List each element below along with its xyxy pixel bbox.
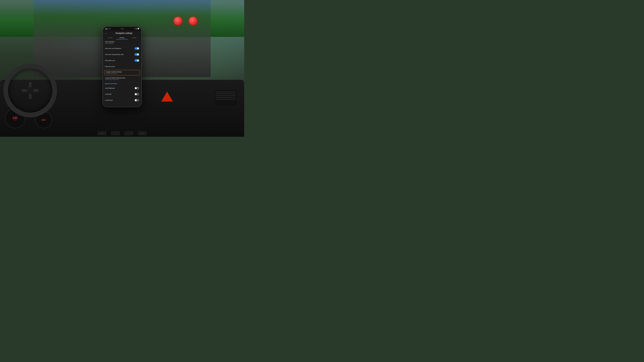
phone-screen: ← Navigation settings SOFTER NORMAL LOUD… [103,30,141,107]
setting-text: Play test sound [105,66,139,67]
raindrop [78,4,78,5]
setting-play-audio-cues[interactable]: Play audio cues [103,57,141,63]
setting-avoid-highways[interactable]: Avoid highways [103,85,141,91]
setting-text: Avoid highways [105,87,134,89]
raindrop [104,11,105,13]
tab-normal[interactable]: NORMAL [116,36,128,39]
vent-slat [216,99,236,100]
route-options-header: Route options [103,82,141,85]
back-button[interactable]: ← [105,32,107,34]
toggle-thumb [135,99,137,101]
traffic-lights [174,17,197,25]
tab-louder[interactable]: LOUDER [128,36,140,39]
setting-text: Avoid ferries [105,99,134,101]
tab-softer[interactable]: SOFTER [104,36,116,39]
signal-icon [105,28,107,29]
toggle-play-voice-bluetooth[interactable] [134,47,139,50]
page-title: Navigation settings [108,32,140,34]
raindrop [166,9,167,10]
notification-icon: ✉ [134,28,135,29]
raindrop [184,5,184,6]
setting-play-test-sound[interactable]: Play test sound [103,63,141,69]
setting-label: Voice selection [105,41,139,42]
volume-tabs: SOFTER NORMAL LOUDER [103,36,141,39]
setting-text: Assistant default media provider Service… [105,77,139,80]
air-vent [214,90,238,107]
dash-buttons: AUX mp3 [98,131,146,135]
raindrop [140,6,140,7]
setting-label: Play voice over Bluetooth [105,48,134,49]
setting-label: Assistant default media provider [105,77,139,79]
setting-label: Play audio cues [105,60,134,61]
traffic-light-2 [189,17,197,25]
setting-play-voice-bluetooth[interactable]: Play voice over Bluetooth [103,45,141,51]
toggle-thumb [137,47,139,49]
dash-button-mp3[interactable]: mp3 [138,131,146,135]
hazard-triangle-icon [161,91,173,102]
setting-google-assistant[interactable]: Google Assistant settings Manage driving… [104,70,140,75]
traffic-light-1 [174,17,182,25]
status-right-icons: ✉ 🔒 █▊ [134,28,139,29]
vent-slat [216,93,236,94]
setting-label: Google Assistant settings [106,71,138,73]
nav-header: ← Navigation settings [103,30,141,36]
toggle-avoid-ferries[interactable] [134,99,139,101]
toggle-avoid-highways[interactable] [134,87,139,89]
setting-play-voice-calls[interactable]: Play voice during phone calls [103,51,141,57]
status-left-icons: ▲ 4G [105,28,111,29]
setting-label: Avoid highways [105,87,134,89]
setting-text: Avoid tolls [105,93,134,95]
phone: ▲ 4G 12:41 ✉ 🔒 █▊ ← Navigation settings … [103,26,142,107]
vent-slat [216,91,236,92]
toggle-thumb [135,93,137,95]
setting-sublabel: Manage driving mode [106,73,138,74]
setting-avoid-tolls[interactable]: Avoid tolls [103,91,141,97]
setting-sublabel: Service used to play music [105,79,139,80]
setting-assistant-media[interactable]: Assistant default media provider Service… [103,76,141,82]
setting-text: Play audio cues [105,60,134,61]
battery-level: █▊ [138,28,139,29]
setting-label: Avoid ferries [105,99,134,101]
dash-button-aux[interactable]: AUX [98,131,106,135]
toggle-thumb [137,53,139,55]
network-type: 4G [109,28,111,29]
wifi-icon: ▲ [107,28,109,29]
toggle-avoid-tolls[interactable] [134,93,139,95]
toggle-play-voice-calls[interactable] [134,53,139,56]
setting-sublabel: Default (English) [105,43,139,44]
setting-text: Play voice during phone calls [105,54,134,55]
battery-icon: 🔒 [136,28,137,29]
rpm-value: 10.0 [42,119,46,121]
dash-button-3[interactable] [124,131,133,135]
section-title: Route options [105,83,139,84]
toggle-thumb [137,59,139,61]
steering-wheel-area [3,64,57,117]
dash-button-2[interactable] [111,131,120,135]
setting-text: Voice selection Default (English) [105,41,139,44]
toggle-thumb [135,87,137,89]
setting-label: Avoid tolls [105,93,134,95]
status-bar: ▲ 4G 12:41 ✉ 🔒 █▊ [103,27,141,30]
vent-slat [216,95,236,96]
toggle-play-audio-cues[interactable] [134,59,139,62]
speed-unit: km/h [14,119,16,120]
setting-label: Play voice during phone calls [105,54,134,55]
phone-body: ▲ 4G 12:41 ✉ 🔒 █▊ ← Navigation settings … [103,26,142,107]
settings-content: Voice selection Default (English) Play v… [103,39,141,107]
status-time: 12:41 [121,28,124,29]
steering-center [27,87,34,94]
setting-label: Play test sound [105,66,139,67]
setting-avoid-ferries[interactable]: Avoid ferries [103,97,141,103]
setting-voice-selection[interactable]: Voice selection Default (English) [103,39,141,45]
hazard-button[interactable] [160,90,174,103]
setting-text: Play voice over Bluetooth [105,48,134,49]
raindrop [60,8,60,9]
vent-slat [216,97,236,98]
